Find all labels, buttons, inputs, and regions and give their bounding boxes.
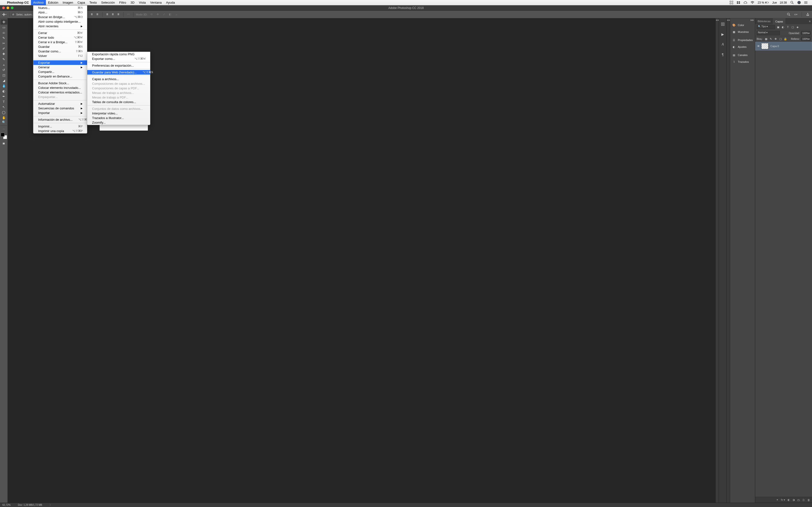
group-layers-icon[interactable]: 🗀 — [797, 499, 800, 501]
3d-light-icon[interactable]: ☼ — [174, 12, 179, 17]
clock[interactable]: Jue 18:38 — [770, 1, 789, 4]
menu-item[interactable]: Colocar elementos enlazados... — [33, 90, 87, 95]
menu-item[interactable]: Secuencias de comandos▶ — [33, 106, 87, 111]
menu-item[interactable]: Importar▶ — [33, 111, 87, 115]
3d-scale-icon[interactable]: ◧ — [168, 12, 172, 17]
spotlight-icon[interactable] — [789, 1, 796, 4]
collapse-handle-1[interactable]: ◀◀ — [715, 18, 719, 503]
panel-paths[interactable]: ⌇Trazados — [730, 58, 755, 65]
collapse-handle-2[interactable]: ◀◀ — [726, 18, 730, 503]
notification-center-icon[interactable] — [803, 1, 810, 4]
layer-row[interactable]: 👁 Capa 0 — [755, 42, 812, 50]
tool-brush[interactable]: ✎ — [0, 56, 7, 62]
panel-color[interactable]: 🎨Color — [730, 22, 755, 29]
menu-item[interactable]: Zoomify... — [87, 120, 150, 125]
tool-zoom[interactable]: 🔍 — [0, 120, 7, 125]
menu-item[interactable]: Generar▶ — [33, 65, 87, 69]
tool-eyedrop[interactable]: ✐ — [0, 46, 7, 51]
menubar-item-ventana[interactable]: Ventana — [148, 0, 164, 5]
menubar-item-edición[interactable]: Edición — [46, 0, 61, 5]
filter-image-icon[interactable]: ▣ — [776, 25, 780, 29]
filter-text-icon[interactable]: T — [786, 25, 790, 29]
3d-move-icon[interactable]: ⤢ — [161, 12, 166, 17]
distribute-4-icon[interactable]: Ⅲ — [105, 12, 110, 17]
layer-name[interactable]: Capa 0 — [770, 45, 779, 48]
filter-shape-icon[interactable]: ▢ — [791, 25, 794, 29]
tool-editfg[interactable]: ⋯ — [0, 126, 7, 132]
window-close-button[interactable] — [2, 6, 5, 9]
lock-all-icon[interactable]: 🔒 — [784, 37, 787, 41]
move-tool-icon[interactable]: ▾ — [2, 12, 7, 17]
menu-item[interactable]: Exportar como...⌥⇧⌘W — [87, 56, 150, 61]
visibility-icon[interactable]: 👁 — [755, 45, 761, 48]
tab-bibliotecas[interactable]: Bibliotecas — [755, 18, 773, 24]
lock-transparent-icon[interactable]: ▦ — [764, 37, 768, 41]
doc-size[interactable]: Doc: 1,29 MB/1,72 MB — [18, 504, 42, 506]
window-maximize-button[interactable] — [11, 6, 13, 9]
menu-item[interactable]: Guardar como...⇧⌘S — [33, 49, 87, 54]
screenmode-icon[interactable]: ▭▾ — [794, 12, 798, 17]
menu-item[interactable]: Nuevo...⌘N — [33, 6, 87, 10]
panel-menu-icon[interactable]: ≡ — [808, 18, 812, 24]
tool-stamp[interactable]: ⟁ — [0, 62, 7, 67]
filter-smart-icon[interactable]: ◈ — [796, 25, 799, 29]
blend-mode-select[interactable]: Normal ▾ — [757, 31, 780, 35]
distribute-5-icon[interactable]: Ⅲ — [110, 12, 115, 17]
distribute-3-icon[interactable]: Ⅲ — [95, 12, 100, 17]
distribute-2-icon[interactable]: Ⅲ — [89, 12, 94, 17]
share-icon[interactable] — [805, 12, 810, 17]
menu-item[interactable]: Trazados a Illustrator... — [87, 116, 150, 120]
menubar-item-3d[interactable]: 3D — [128, 0, 137, 5]
actions-panel-icon[interactable]: ▶ — [720, 32, 726, 37]
more-align-icon[interactable]: ⋯ — [126, 12, 131, 17]
lock-pixels-icon[interactable]: ✎ — [769, 37, 773, 41]
menubar-item-filtro[interactable]: Filtro — [117, 0, 128, 5]
menu-item[interactable]: Abrir como objeto inteligente... — [33, 19, 87, 24]
panel-properties[interactable]: ☰Propiedades — [730, 37, 755, 44]
menu-item[interactable]: Imprimir...⌘P — [33, 124, 87, 129]
siri-icon[interactable] — [796, 1, 803, 4]
layer-fx-icon[interactable]: fx ▾ — [781, 498, 785, 501]
tab-capas[interactable]: Capas — [773, 18, 785, 24]
history-panel-icon[interactable] — [720, 21, 726, 27]
menu-item[interactable]: Abrir recientes▶ — [33, 24, 87, 29]
panel-adjustments[interactable]: ◐Ajustes — [730, 44, 755, 50]
menu-item[interactable]: Guardar para Web (heredado)...⌥⇧⌘S — [87, 70, 150, 74]
panel-channels[interactable]: ▤Canales — [730, 52, 755, 58]
delete-layer-icon[interactable]: 🗑 — [807, 499, 810, 501]
menu-item[interactable]: Imprimir una copia⌥⇧⌘P — [33, 129, 87, 133]
tool-history[interactable]: ↺ — [0, 67, 7, 72]
layer-mask-icon[interactable]: ◐ — [788, 498, 790, 501]
tool-shape[interactable]: ◯ — [0, 110, 7, 115]
tool-path[interactable]: ↖ — [0, 104, 7, 110]
tool-quickselect[interactable]: ✎ — [0, 35, 7, 41]
menu-item[interactable]: Exportar▶ — [33, 60, 87, 65]
layer-thumbnail[interactable] — [761, 43, 768, 49]
menu-item[interactable]: Buscar Adobe Stock... — [33, 81, 87, 86]
app-menu[interactable]: Photoshop CC — [5, 0, 31, 5]
tool-crop[interactable]: ✂ — [0, 41, 7, 46]
paragraph-panel-icon[interactable]: ¶ — [720, 52, 726, 57]
character-panel-icon[interactable]: A — [720, 42, 726, 47]
battery-status[interactable]: 23 % — [756, 1, 770, 4]
filter-adjust-icon[interactable]: ◐ — [781, 25, 785, 29]
foreground-background-colors[interactable] — [1, 133, 7, 139]
filter-kind-select[interactable]: 🔍 Tipo ▾ — [757, 25, 775, 29]
tool-blur[interactable]: 💧 — [0, 83, 7, 89]
menu-item[interactable]: Interpretar vídeo... — [87, 111, 150, 116]
menu-item[interactable]: Cerrar todo⌥⌘W — [33, 35, 87, 40]
cloud-icon[interactable] — [742, 1, 749, 4]
status-arrow-icon[interactable]: 〉 — [50, 503, 52, 507]
menubar-item-selección[interactable]: Selección — [99, 0, 117, 5]
tool-marquee[interactable]: ▭ — [0, 24, 7, 30]
menubar-item-imagen[interactable]: Imagen — [60, 0, 75, 5]
link-layers-icon[interactable]: ⚭ — [776, 498, 778, 501]
menubar-item-texto[interactable]: Texto — [87, 0, 99, 5]
menu-item[interactable]: Compartir en Behance... — [33, 74, 87, 79]
menu-item[interactable]: Cerrar⌘W — [33, 31, 87, 35]
tool-lasso[interactable]: ⌯ — [0, 30, 7, 35]
tool-quickmask[interactable]: ◙ — [0, 140, 7, 146]
menu-item[interactable]: Colocar elemento incrustado... — [33, 86, 87, 90]
tool-hand[interactable]: ✋ — [0, 115, 7, 120]
fill-value[interactable]: 100% ▾ — [801, 37, 811, 41]
